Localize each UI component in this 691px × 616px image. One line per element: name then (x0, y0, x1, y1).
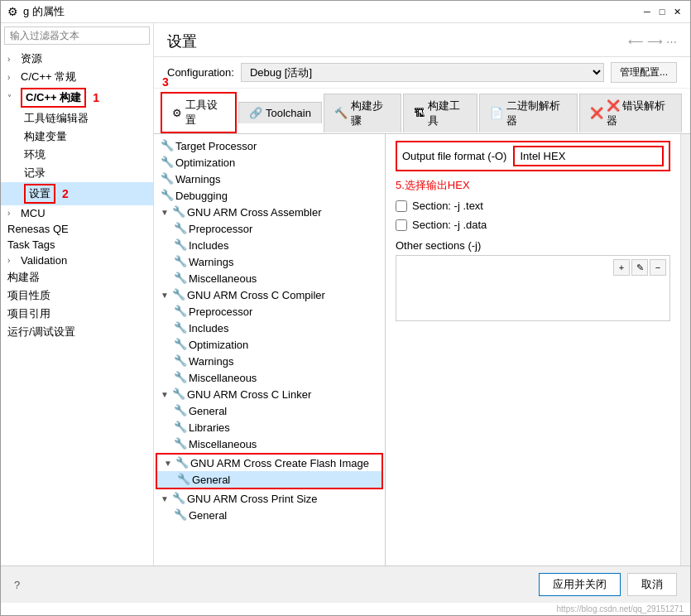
leaf-icon: 🔧 (174, 305, 187, 318)
bottom-bar: ? 应用并关闭 取消 (1, 565, 690, 603)
ptree-asm-includes[interactable]: 🔧 Includes (154, 237, 385, 253)
ptree-cc-includes[interactable]: 🔧 Includes (154, 320, 385, 336)
sidebar-item-renesas-qe[interactable]: Renesas QE (1, 221, 153, 237)
ptree-label: GNU ARM Cross Create Flash Image (190, 457, 369, 469)
ptree-cc-warnings[interactable]: 🔧 Warnings (154, 353, 385, 369)
leaf-icon: 🔧 (161, 156, 174, 169)
ptree-target-processor[interactable]: 🔧 Target Processor (154, 137, 385, 154)
sidebar-item-project-props[interactable]: 项目性质 (1, 286, 153, 305)
ptree-label: GNU ARM Cross Assembler (187, 206, 322, 219)
sidebar-item-run-debug[interactable]: 运行/调试设置 (1, 323, 153, 341)
arrow-icon: › (7, 256, 17, 265)
sidebar-item-settings[interactable]: 设置 2 (1, 182, 153, 205)
ptree-cc-misc[interactable]: 🔧 Miscellaneous (154, 369, 385, 386)
section-j-text-label: Section: -j .text (412, 200, 483, 212)
annotation-5: 5.选择输出HEX (396, 178, 670, 193)
maximize-button[interactable]: □ (655, 5, 669, 18)
ptree-ln-libraries[interactable]: 🔧 Libraries (154, 419, 385, 436)
tab-tool-settings[interactable]: ⚙ 工具设置 (161, 92, 237, 133)
ptree-label: Target Processor (175, 140, 257, 152)
sidebar-item-resources[interactable]: › 资源 (1, 50, 153, 68)
tab-build-steps[interactable]: 🔨 构建步骤 (324, 94, 401, 132)
ptree-cc-preprocessor[interactable]: 🔧 Preprocessor (154, 303, 385, 320)
sidebar-item-validation[interactable]: › Validation (1, 253, 153, 268)
leaf-icon: 🔧 (174, 222, 187, 235)
panel-tree: 🔧 Target Processor 🔧 Optimization 🔧 Warn… (154, 134, 386, 565)
ptree-label: Preprocessor (189, 223, 252, 235)
ptree-cc-optimization[interactable]: 🔧 Optimization (154, 336, 385, 353)
ptree-warnings[interactable]: 🔧 Warnings (154, 171, 385, 187)
sidebar-item-tool-chain-editor[interactable]: 工具链编辑器 (1, 109, 153, 128)
ptree-ln-general[interactable]: 🔧 General (154, 402, 385, 419)
more-icon[interactable]: ⋯ (666, 36, 677, 48)
ptree-debugging[interactable]: 🔧 Debugging (154, 187, 385, 204)
forward-icon[interactable]: ⟶ (647, 36, 663, 48)
ptree-gnu-arm-c-linker[interactable]: ▼ 🔧 GNU ARM Cross C Linker (154, 386, 385, 402)
settings-title: 设置 (167, 31, 197, 51)
tab-error-parser[interactable]: ❌ ❌ 错误解析器 (579, 94, 682, 132)
ptree-gnu-arm-c-compiler[interactable]: ▼ 🔧 GNU ARM Cross C Compiler (154, 286, 385, 303)
tool-settings-icon: ⚙ (172, 107, 182, 119)
tab-label: 工具设置 (185, 98, 225, 128)
collapse-icon: ▼ (161, 494, 170, 503)
ptree-asm-misc[interactable]: 🔧 Miscellaneous (154, 270, 385, 286)
annotation-3: 3 (162, 75, 169, 89)
help-button[interactable]: ? (14, 578, 20, 591)
ptree-optimization[interactable]: 🔧 Optimization (154, 154, 385, 171)
tab-build-tools[interactable]: 🏗 构建工具 (403, 94, 478, 132)
section-j-data-checkbox[interactable] (396, 219, 407, 231)
sidebar-item-mcu[interactable]: › MCU (1, 205, 153, 221)
remove-section-button[interactable]: − (650, 259, 666, 276)
folder-icon: 🔧 (172, 288, 185, 301)
edit-section-button[interactable]: ✎ (631, 259, 648, 276)
sidebar-item-task-tags[interactable]: Task Tags (1, 237, 153, 253)
ptree-asm-warnings[interactable]: 🔧 Warnings (154, 253, 385, 270)
config-select[interactable]: Debug [活动] (241, 63, 604, 82)
close-button[interactable]: ✕ (670, 5, 684, 18)
sidebar-item-build-vars[interactable]: 构建变量 (1, 128, 153, 146)
ptree-print-general[interactable]: 🔧 General (154, 507, 385, 523)
ptree-label: Includes (189, 239, 228, 252)
apply-close-button[interactable]: 应用并关闭 (539, 573, 621, 596)
folder-icon: 🔧 (172, 492, 185, 505)
sidebar-item-environment[interactable]: 环境 (1, 146, 153, 164)
sidebar-item-cpp-build[interactable]: ˅ C/C++ 构建 1 (1, 86, 153, 109)
sidebar-item-project-refs[interactable]: 项目引用 (1, 305, 153, 323)
add-section-button[interactable]: + (613, 259, 630, 276)
sidebar-item-label: C/C++ 构建 (21, 88, 86, 108)
sidebar-item-label: C/C++ 常规 (21, 70, 76, 84)
collapse-icon: ▼ (161, 291, 170, 300)
arrow-icon: ˅ (7, 94, 17, 103)
sidebar-item-label: Renesas QE (7, 223, 69, 235)
manage-config-button[interactable]: 管理配置... (611, 62, 677, 83)
scrollbar[interactable] (680, 134, 690, 565)
back-icon[interactable]: ⟵ (628, 36, 644, 48)
search-input[interactable] (4, 26, 150, 45)
binary-parser-icon: 📄 (490, 107, 503, 119)
ptree-flash-general[interactable]: 🔧 General (157, 471, 381, 488)
sidebar-item-label: Task Tags (7, 238, 55, 251)
ptree-label: Optimization (175, 156, 235, 169)
minimize-button[interactable]: ─ (641, 5, 654, 18)
other-sections: Other sections (-j) + ✎ − (396, 239, 670, 321)
leaf-icon: 🔧 (174, 421, 187, 434)
ptree-ln-misc[interactable]: 🔧 Miscellaneous (154, 436, 385, 452)
section-j-text-checkbox[interactable] (396, 200, 407, 212)
output-format-value[interactable]: Intel HEX (513, 146, 664, 166)
ptree-gnu-arm-print[interactable]: ▼ 🔧 GNU ARM Cross Print Size (154, 490, 385, 507)
ptree-label: Optimization (189, 339, 248, 351)
flash-image-group-box: ▼ 🔧 GNU ARM Cross Create Flash Image 🔧 G… (156, 453, 383, 489)
sidebar-item-logging[interactable]: 记录 (1, 164, 153, 182)
sidebar-item-builder[interactable]: 构建器 (1, 268, 153, 286)
ptree-gnu-arm-assembler[interactable]: ▼ 🔧 GNU ARM Cross Assembler (154, 204, 385, 220)
leaf-icon: 🔧 (174, 321, 187, 334)
tab-binary-parser[interactable]: 📄 二进制解析器 (479, 94, 577, 132)
ptree-gnu-arm-flash[interactable]: ▼ 🔧 GNU ARM Cross Create Flash Image (157, 455, 381, 471)
cancel-button[interactable]: 取消 (627, 573, 677, 596)
tab-toolchain[interactable]: 🔗 Toolchain (238, 102, 322, 123)
leaf-icon: 🔧 (161, 189, 174, 202)
sidebar-item-cpp-normal[interactable]: › C/C++ 常规 (1, 68, 153, 86)
sidebar-tree: › 资源 › C/C++ 常规 ˅ C/C++ 构建 1 工具链编辑器 (1, 48, 153, 565)
tab-label: Toolchain (266, 107, 311, 119)
ptree-asm-preprocessor[interactable]: 🔧 Preprocessor (154, 220, 385, 237)
